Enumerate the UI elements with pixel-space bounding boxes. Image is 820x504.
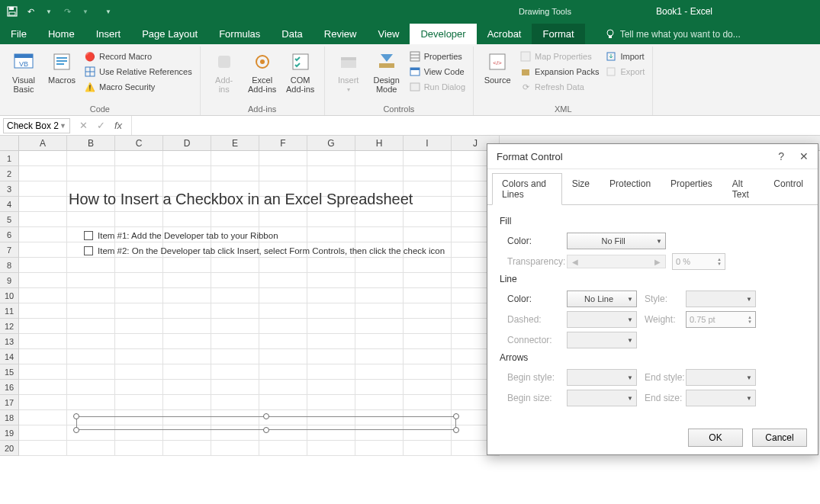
cell[interactable] — [115, 288, 163, 303]
cancel-formula-icon[interactable]: ✕ — [79, 120, 88, 131]
cell[interactable] — [307, 364, 355, 380]
tell-me-search[interactable]: Tell me what you want to do... — [600, 24, 745, 44]
dlg-tab-size[interactable]: Size — [562, 173, 600, 205]
cell[interactable] — [355, 258, 404, 273]
cell[interactable] — [19, 197, 67, 212]
weight-spinner[interactable]: 0.75 pt▲▼ — [686, 311, 756, 328]
cell[interactable] — [19, 227, 67, 242]
fx-icon[interactable]: fx — [114, 120, 122, 131]
cell[interactable] — [67, 349, 115, 364]
cell[interactable] — [115, 151, 163, 166]
cell[interactable] — [163, 334, 211, 349]
cell[interactable] — [404, 151, 452, 166]
cell[interactable] — [355, 441, 404, 456]
redo-icon[interactable]: ↷ — [61, 5, 73, 18]
tab-format[interactable]: Format — [532, 24, 584, 44]
fill-color-dropdown[interactable]: No Fill▼ — [567, 233, 666, 249]
tab-home[interactable]: Home — [37, 24, 85, 44]
cell[interactable] — [163, 288, 211, 303]
cell[interactable] — [115, 395, 163, 410]
cell[interactable] — [259, 395, 307, 410]
cell[interactable] — [355, 380, 404, 395]
save-icon[interactable] — [6, 5, 18, 18]
cell[interactable] — [19, 364, 67, 380]
cell[interactable] — [19, 410, 67, 425]
cell[interactable] — [115, 273, 163, 288]
row-header[interactable]: 20 — [0, 441, 19, 456]
cell[interactable] — [163, 395, 211, 410]
row-header[interactable]: 15 — [0, 364, 19, 380]
cell[interactable] — [307, 151, 355, 166]
cell[interactable] — [211, 349, 259, 364]
cell[interactable] — [19, 288, 67, 303]
row-header[interactable]: 14 — [0, 349, 19, 364]
export-button[interactable]: Export — [603, 65, 646, 79]
row-header[interactable]: 18 — [0, 410, 19, 425]
cell[interactable] — [67, 151, 115, 166]
checkbox-icon[interactable] — [84, 231, 93, 240]
cell[interactable] — [307, 334, 355, 349]
column-header[interactable]: C — [115, 136, 163, 150]
column-header[interactable]: E — [211, 136, 259, 150]
cancel-button[interactable]: Cancel — [752, 429, 807, 447]
cell[interactable] — [211, 166, 259, 181]
com-addins-button[interactable]: COM Add-ins — [283, 48, 318, 103]
cell[interactable] — [211, 319, 259, 334]
cell[interactable] — [211, 151, 259, 166]
cell[interactable] — [163, 380, 211, 395]
cell[interactable] — [67, 303, 115, 319]
cell[interactable] — [259, 319, 307, 334]
cell[interactable] — [259, 258, 307, 273]
cell[interactable] — [19, 303, 67, 319]
cell[interactable] — [307, 441, 355, 456]
cell[interactable] — [259, 166, 307, 181]
resize-handle[interactable] — [263, 427, 269, 433]
cell[interactable] — [355, 349, 404, 364]
tab-formulas[interactable]: Formulas — [208, 24, 271, 44]
column-header[interactable]: H — [355, 136, 404, 150]
resize-handle[interactable] — [453, 413, 459, 419]
cell[interactable] — [19, 181, 67, 197]
cell[interactable] — [163, 303, 211, 319]
undo-icon[interactable]: ↶ — [24, 5, 37, 18]
macros-button[interactable]: Macros — [44, 48, 79, 103]
import-button[interactable]: Import — [603, 50, 646, 63]
cell[interactable] — [355, 395, 404, 410]
view-code-button[interactable]: View Code — [407, 65, 467, 79]
map-properties-button[interactable]: Map Properties — [518, 50, 600, 63]
xml-source-button[interactable]: </>Source — [480, 48, 515, 103]
tab-developer[interactable]: Developer — [410, 24, 476, 44]
cell[interactable] — [67, 273, 115, 288]
cell[interactable] — [19, 380, 67, 395]
cell[interactable] — [19, 319, 67, 334]
cell[interactable] — [307, 395, 355, 410]
expansion-packs-button[interactable]: Expansion Packs — [518, 65, 600, 79]
cell[interactable] — [211, 334, 259, 349]
cell[interactable] — [67, 395, 115, 410]
cell[interactable] — [355, 364, 404, 380]
cell[interactable] — [211, 380, 259, 395]
run-dialog-button[interactable]: Run Dialog — [407, 80, 467, 94]
checkbox-item-2[interactable]: Item #2: On the Developer tab click Inse… — [84, 246, 445, 255]
cell[interactable] — [259, 151, 307, 166]
tab-page-layout[interactable]: Page Layout — [131, 24, 208, 44]
cell[interactable] — [307, 166, 355, 181]
cell[interactable] — [19, 212, 67, 227]
cell[interactable] — [259, 334, 307, 349]
cell[interactable] — [67, 380, 115, 395]
row-header[interactable]: 5 — [0, 212, 19, 227]
properties-button[interactable]: Properties — [407, 50, 467, 63]
cell[interactable] — [355, 319, 404, 334]
row-header[interactable]: 11 — [0, 303, 19, 319]
cell[interactable] — [115, 258, 163, 273]
cell[interactable] — [259, 288, 307, 303]
cell[interactable] — [19, 166, 67, 181]
cell[interactable] — [67, 334, 115, 349]
dialog-titlebar[interactable]: Format Control ? ✕ — [487, 144, 818, 169]
cell[interactable] — [163, 273, 211, 288]
cell[interactable] — [67, 288, 115, 303]
checkbox-item-1[interactable]: Item #1: Add the Developer tab to your R… — [84, 231, 445, 240]
tab-acrobat[interactable]: Acrobat — [477, 24, 532, 44]
row-header[interactable]: 7 — [0, 242, 19, 258]
dlg-tab-colors-lines[interactable]: Colors and Lines — [492, 173, 562, 205]
